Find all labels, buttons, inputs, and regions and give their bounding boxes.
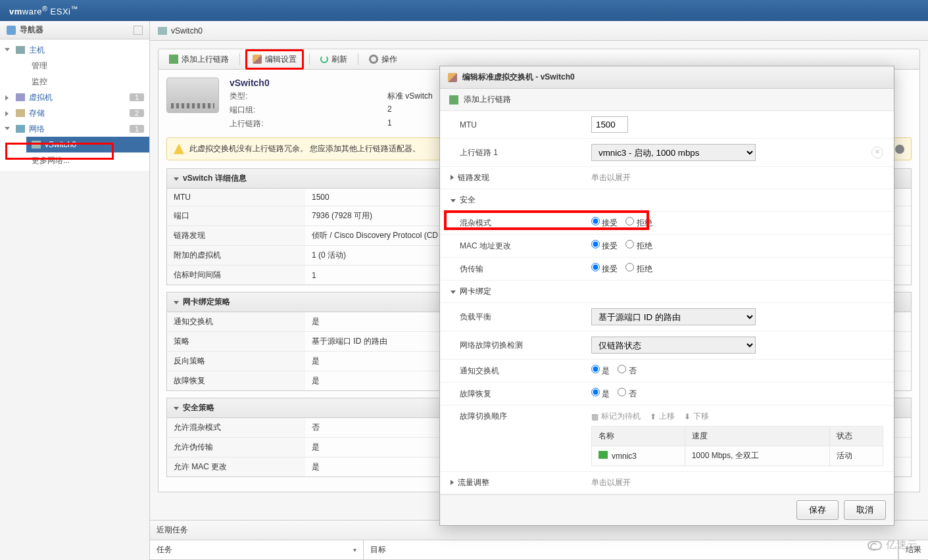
datastore-icon <box>16 109 25 117</box>
failback-yes[interactable]: 是 <box>591 388 610 400</box>
recent-tasks: 近期任务 任务▾ 目标 结果 <box>150 520 928 560</box>
promisc-accept[interactable]: 接受 <box>591 217 618 229</box>
refresh-icon <box>320 55 328 63</box>
promisc-reject[interactable]: 拒绝 <box>625 217 652 229</box>
cancel-button[interactable]: 取消 <box>844 500 886 520</box>
mac-accept[interactable]: 接受 <box>591 240 618 252</box>
nav-monitor[interactable]: 监控 <box>26 74 149 89</box>
nav-vswitch0[interactable]: vSwitch0 <box>26 137 149 152</box>
row-mac-change: MAC 地址更改 接受 拒绝 <box>440 235 894 258</box>
navigator-icon <box>7 26 16 35</box>
failover-detect-select[interactable]: 仅链路状态 <box>591 337 756 354</box>
row-promiscuous: 混杂模式 接受 拒绝 <box>440 212 894 235</box>
table-row[interactable]: vmnic31000 Mbps, 全双工活动 <box>592 446 883 466</box>
row-uplink1: 上行链路 1 vmnic3 - 启动, 1000 mbps × <box>440 139 894 167</box>
collapse-icon[interactable] <box>134 26 143 35</box>
warning-text: 此虚拟交换机没有上行链路冗余。 您应添加其他上行链路适配器。 <box>189 143 420 154</box>
actions-button[interactable]: 操作 <box>364 51 403 68</box>
save-button[interactable]: 保存 <box>796 500 839 520</box>
remove-uplink-icon[interactable]: × <box>871 147 883 158</box>
section-security[interactable]: 安全 <box>440 189 894 212</box>
edit-vswitch-dialog: 编辑标准虚拟交换机 - vSwitch0 添加上行链路 MTU 上行链路 1 v… <box>439 66 894 526</box>
topbar: vmware® ESXi™ <box>0 0 928 21</box>
add-icon <box>449 95 458 105</box>
ds-count-badge: 2 <box>130 109 144 117</box>
edit-icon <box>253 55 262 64</box>
nav-vm[interactable]: 虚拟机1 <box>0 89 149 105</box>
uplink1-select[interactable]: vmnic3 - 启动, 1000 mbps <box>591 144 756 161</box>
nav-host[interactable]: 主机 <box>0 42 149 58</box>
failover-table: 名称速度状态 vmnic31000 Mbps, 全双工活动 <box>591 426 883 466</box>
col-task[interactable]: 任务▾ <box>150 540 364 559</box>
move-down-button[interactable]: ⬇ 下移 <box>684 411 709 422</box>
vswitch-icon <box>32 141 41 149</box>
section-traffic-shaping[interactable]: 流量调整 单击以展开 <box>440 472 894 494</box>
gear-icon[interactable] <box>895 145 904 154</box>
dialog-header: 编辑标准虚拟交换机 - vSwitch0 <box>440 66 894 89</box>
vswitch-icon <box>158 27 167 35</box>
load-balance-select[interactable]: 基于源端口 ID 的路由 <box>591 308 756 325</box>
row-notify: 通知交换机 是 否 <box>440 360 894 383</box>
move-up-button[interactable]: ⬆ 上移 <box>650 411 675 422</box>
navigator-panel: 导航器 主机 管理 监控 虚拟机1 存储2 网络1 vSwitch0 更多网络.… <box>0 21 150 560</box>
navigator-title: 导航器 <box>20 24 43 35</box>
cloud-icon <box>867 541 882 550</box>
net-count-badge: 1 <box>130 125 144 133</box>
notify-yes[interactable]: 是 <box>591 365 610 377</box>
brand: vmware® ESXi™ <box>9 5 78 16</box>
vm-count-badge: 1 <box>130 93 144 101</box>
dialog-title: 编辑标准虚拟交换机 - vSwitch0 <box>462 72 575 83</box>
nav-datastore[interactable]: 存储2 <box>0 105 149 121</box>
col-target[interactable]: 目标 <box>364 540 898 559</box>
row-mtu: MTU <box>440 111 894 139</box>
row-load-balance: 负载平衡 基于源端口 ID 的路由 <box>440 303 894 331</box>
notify-no[interactable]: 否 <box>618 365 636 377</box>
mtu-input[interactable] <box>591 116 628 133</box>
add-icon <box>169 55 178 64</box>
row-failover-detect: 网络故障切换检测 仅链路状态 <box>440 331 894 360</box>
watermark: 亿速云 <box>867 538 917 552</box>
row-failover-order: 故障切换顺序 ▦ 标记为待机 ⬆ 上移 ⬇ 下移 名称速度状态 vmnic310… <box>440 406 894 472</box>
navigator-header: 导航器 <box>0 21 149 39</box>
vswitch-image <box>166 78 219 113</box>
add-uplink-button[interactable]: 添加上行链路 <box>440 89 894 111</box>
network-icon <box>16 125 25 133</box>
nav-manage[interactable]: 管理 <box>26 58 149 74</box>
section-teaming[interactable]: 网卡绑定 <box>440 281 894 303</box>
tasks-title: 近期任务 <box>157 525 188 536</box>
edit-settings-button[interactable]: 编辑设置 <box>245 49 304 70</box>
nav-more-networks[interactable]: 更多网络... <box>26 152 149 168</box>
refresh-button[interactable]: 刷新 <box>315 51 353 68</box>
page-title: vSwitch0 <box>171 26 203 35</box>
warning-icon <box>174 144 184 154</box>
vm-icon <box>16 93 25 101</box>
forged-reject[interactable]: 拒绝 <box>625 263 652 275</box>
nic-icon <box>598 451 608 459</box>
add-uplink-button[interactable]: 添加上行链路 <box>164 51 234 68</box>
nav-network[interactable]: 网络1 <box>0 121 149 137</box>
forged-accept[interactable]: 接受 <box>591 263 618 275</box>
edit-icon <box>448 73 457 82</box>
mac-reject[interactable]: 拒绝 <box>625 240 652 252</box>
breadcrumb: vSwitch0 <box>150 21 928 41</box>
row-failback: 故障恢复 是 否 <box>440 383 894 406</box>
host-icon <box>16 46 25 54</box>
gear-icon <box>369 55 378 64</box>
mark-standby-button[interactable]: ▦ 标记为待机 <box>591 411 641 422</box>
failback-no[interactable]: 否 <box>618 388 636 400</box>
section-link-discovery[interactable]: 链路发现 单击以展开 <box>440 167 894 189</box>
row-forged: 伪传输 接受 拒绝 <box>440 258 894 281</box>
